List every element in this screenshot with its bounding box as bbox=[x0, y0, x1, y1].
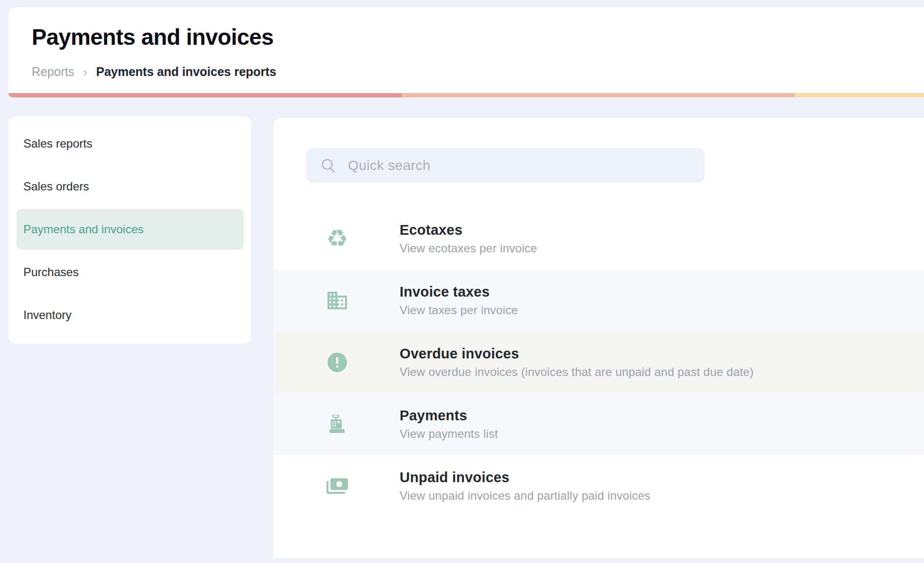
report-row-payments[interactable]: PaymentsView payments list bbox=[273, 393, 924, 455]
search-icon bbox=[320, 157, 337, 174]
report-text: Overdue invoicesView overdue invoices (i… bbox=[400, 346, 754, 379]
report-row-ecotaxes[interactable]: ♻EcotaxesView ecotaxes per invoice bbox=[273, 207, 924, 269]
alert-circle-icon bbox=[325, 350, 350, 375]
report-row-invoice-taxes[interactable]: Invoice taxesView taxes per invoice bbox=[273, 269, 924, 331]
report-text: PaymentsView payments list bbox=[400, 408, 498, 441]
report-text: EcotaxesView ecotaxes per invoice bbox=[400, 222, 537, 255]
header-progress-bar bbox=[8, 93, 924, 97]
report-row-overdue-invoices[interactable]: Overdue invoicesView overdue invoices (i… bbox=[273, 331, 924, 393]
search-input[interactable] bbox=[348, 148, 705, 183]
sidebar-item-purchases[interactable]: Purchases bbox=[8, 251, 251, 294]
sidebar-item-inventory[interactable]: Inventory bbox=[8, 294, 251, 337]
report-list: ♻EcotaxesView ecotaxes per invoice Invoi… bbox=[273, 207, 924, 517]
sidebar-item-sales-reports[interactable]: Sales reports bbox=[8, 122, 251, 165]
page-title: Payments and invoices bbox=[32, 24, 273, 50]
sidebar-item-sales-orders[interactable]: Sales orders bbox=[8, 165, 251, 208]
breadcrumb-current: Payments and invoices reports bbox=[96, 65, 276, 79]
report-title: Ecotaxes bbox=[400, 222, 537, 238]
report-description: View ecotaxes per invoice bbox=[400, 242, 537, 255]
chevron-right-icon: › bbox=[83, 66, 88, 78]
report-text: Unpaid invoicesView unpaid invoices and … bbox=[400, 469, 651, 503]
recycle-icon: ♻ bbox=[325, 226, 350, 251]
report-row-unpaid-invoices[interactable]: Unpaid invoicesView unpaid invoices and … bbox=[273, 455, 924, 517]
report-title: Invoice taxes bbox=[400, 284, 518, 300]
report-description: View taxes per invoice bbox=[400, 303, 518, 317]
report-title: Unpaid invoices bbox=[400, 469, 651, 486]
banknote-icon bbox=[325, 473, 350, 499]
report-description: View unpaid invoices and partially paid … bbox=[400, 489, 651, 503]
header-card: Payments and invoices Reports › Payments… bbox=[8, 7, 924, 93]
reports-sidebar: Sales reportsSales ordersPayments and in… bbox=[8, 116, 251, 344]
quick-search-box[interactable] bbox=[306, 148, 705, 183]
progress-segment-2 bbox=[402, 93, 794, 97]
report-text: Invoice taxesView taxes per invoice bbox=[400, 284, 518, 317]
report-description: View overdue invoices (invoices that are… bbox=[400, 365, 754, 379]
building-icon bbox=[325, 288, 350, 313]
report-description: View payments list bbox=[400, 427, 498, 441]
reports-panel: ♻EcotaxesView ecotaxes per invoice Invoi… bbox=[273, 118, 924, 558]
progress-segment-3 bbox=[794, 93, 924, 97]
progress-segment-1 bbox=[8, 93, 402, 97]
report-title: Payments bbox=[400, 408, 498, 424]
report-title: Overdue invoices bbox=[400, 346, 754, 362]
cash-register-icon bbox=[325, 412, 350, 437]
breadcrumb-reports-link[interactable]: Reports bbox=[32, 65, 75, 79]
breadcrumb: Reports › Payments and invoices reports bbox=[32, 65, 276, 79]
sidebar-item-payments-and-invoices[interactable]: Payments and invoices bbox=[17, 209, 244, 250]
